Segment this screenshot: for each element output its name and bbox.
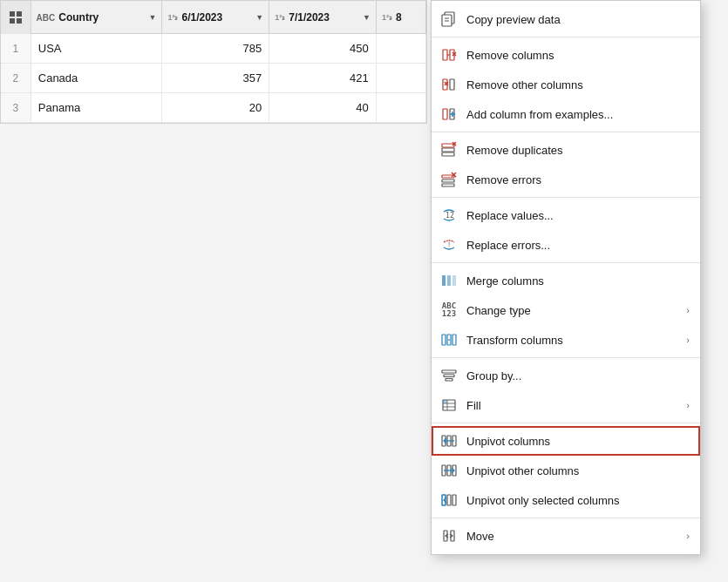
separator-6 <box>432 423 700 423</box>
svg-rect-28 <box>442 184 454 186</box>
svg-rect-8 <box>443 50 447 60</box>
fill-label: Fill <box>466 399 677 412</box>
menu-item-remove-errors[interactable]: Remove errors <box>432 165 700 194</box>
unpivot-other-icon <box>440 462 458 479</box>
svg-rect-39 <box>452 335 456 345</box>
menu-item-unpivot-selected-columns[interactable]: Unpivot only selected columns <box>432 485 700 515</box>
remove-err-icon <box>440 171 458 188</box>
svg-rect-14 <box>450 79 454 90</box>
menu-item-unpivot-columns[interactable]: Unpivot columns <box>432 426 700 456</box>
date2-col-header[interactable]: 1²₃ 7/1/2023 ▼ <box>269 1 377 34</box>
val2-cell-3: 40 <box>269 93 377 122</box>
svg-rect-1 <box>17 11 22 17</box>
svg-rect-58 <box>447 495 451 505</box>
group-by-label: Group by... <box>466 369 690 382</box>
copy-icon <box>440 10 458 28</box>
menu-item-group-by[interactable]: Group by... <box>432 361 700 390</box>
date1-type-icon: 1²₃ <box>167 13 178 22</box>
grid-icon <box>9 10 23 24</box>
svg-rect-59 <box>452 495 456 505</box>
replace-errors-label: Replace errors... <box>466 239 690 252</box>
fill-icon <box>440 396 458 414</box>
table-header: ABC Country ▼ 1²₃ 6/1/2023 ▼ 1²₃ 7/1/202… <box>1 1 426 34</box>
svg-rect-43 <box>446 379 452 382</box>
svg-text:2: 2 <box>450 212 454 220</box>
unpivot-selected-icon <box>440 491 458 509</box>
context-menu: Copy preview data Remove columns Remove <box>431 0 701 555</box>
menu-item-transform-columns[interactable]: Transform columns › <box>432 325 700 355</box>
svg-rect-23 <box>442 152 454 156</box>
val3-cell-3 <box>377 93 426 122</box>
replace-err-icon: ! <box>440 236 458 254</box>
val1-cell-1: 785 <box>162 34 269 63</box>
row-num-1: 1 <box>1 34 31 63</box>
svg-rect-41 <box>442 370 456 373</box>
fill-arrow: › <box>686 400 690 410</box>
country-cell-1: USA <box>31 34 163 63</box>
svg-rect-36 <box>452 275 456 286</box>
merge-columns-label: Merge columns <box>466 274 690 288</box>
date2-dropdown-arrow[interactable]: ▼ <box>363 13 371 22</box>
val1-cell-2: 357 <box>162 64 269 92</box>
svg-rect-17 <box>443 109 447 119</box>
separator-7 <box>432 518 700 518</box>
move-icon <box>440 527 458 545</box>
menu-item-move[interactable]: Move › <box>432 521 700 551</box>
remove-dup-icon <box>440 141 458 159</box>
row-num-3: 3 <box>1 93 31 122</box>
separator-4 <box>432 262 700 263</box>
transform-arrow: › <box>686 335 690 345</box>
svg-text:!: ! <box>447 241 451 248</box>
date1-dropdown-arrow[interactable]: ▼ <box>255 13 263 22</box>
svg-rect-42 <box>444 375 454 377</box>
svg-rect-34 <box>442 275 446 286</box>
country-cell-3: Panama <box>31 93 163 122</box>
separator-1 <box>432 37 700 37</box>
menu-item-remove-other-columns[interactable]: Remove other columns <box>432 70 700 99</box>
svg-rect-48 <box>443 400 447 403</box>
row-num-2: 2 <box>1 64 31 92</box>
val3-cell-1 <box>377 34 426 63</box>
date2-col-label: 7/1/2023 <box>289 11 359 24</box>
transform-columns-label: Transform columns <box>466 334 677 347</box>
val2-cell-2: 421 <box>269 64 377 92</box>
svg-rect-22 <box>442 148 454 152</box>
country-dropdown-arrow[interactable]: ▼ <box>149 13 157 22</box>
date1-col-label: 6/1/2023 <box>181 11 252 24</box>
menu-item-remove-duplicates[interactable]: Remove duplicates <box>432 135 700 165</box>
country-cell-2: Canada <box>31 64 163 92</box>
data-table: ABC Country ▼ 1²₃ 6/1/2023 ▼ 1²₃ 7/1/202… <box>0 0 427 124</box>
remove-other-cols-icon <box>440 76 458 93</box>
menu-item-replace-errors[interactable]: ! Replace errors... <box>432 230 700 260</box>
change-type-label: Change type <box>466 304 677 317</box>
svg-rect-2 <box>10 18 15 24</box>
menu-item-remove-columns[interactable]: Remove columns <box>432 40 700 70</box>
date3-col-header[interactable]: 1²₃ 8 <box>377 1 426 34</box>
svg-rect-27 <box>442 179 454 182</box>
date3-col-label: 8 <box>396 11 420 24</box>
unpivot-other-columns-label: Unpivot other columns <box>466 464 690 477</box>
date1-col-header[interactable]: 1²₃ 6/1/2023 ▼ <box>162 1 269 34</box>
separator-2 <box>432 132 700 132</box>
menu-item-unpivot-other-columns[interactable]: Unpivot other columns <box>432 456 700 485</box>
menu-item-change-type[interactable]: ABC123 Change type › <box>432 295 700 325</box>
svg-rect-37 <box>442 335 446 345</box>
remove-columns-label: Remove columns <box>466 49 690 62</box>
country-col-header[interactable]: ABC Country ▼ <box>31 1 163 34</box>
unpivot-columns-label: Unpivot columns <box>466 435 690 448</box>
menu-item-fill[interactable]: Fill › <box>432 390 700 420</box>
unpivot-selected-columns-label: Unpivot only selected columns <box>466 494 690 507</box>
abc-icon: ABC <box>37 13 56 23</box>
replace-values-label: Replace values... <box>466 209 690 222</box>
menu-item-merge-columns[interactable]: Merge columns <box>432 266 700 295</box>
change-type-arrow: › <box>686 305 690 315</box>
move-label: Move <box>466 530 677 543</box>
date2-type-icon: 1²₃ <box>275 13 285 22</box>
country-col-label: Country <box>58 11 145 24</box>
menu-item-copy-preview[interactable]: Copy preview data <box>432 4 700 34</box>
menu-item-add-column-examples[interactable]: Add column from examples... <box>432 99 700 129</box>
add-col-icon <box>440 105 458 123</box>
table-row: 3 Panama 20 40 <box>1 93 426 123</box>
separator-5 <box>432 357 700 358</box>
menu-item-replace-values[interactable]: 1 2 Replace values... <box>432 200 700 230</box>
